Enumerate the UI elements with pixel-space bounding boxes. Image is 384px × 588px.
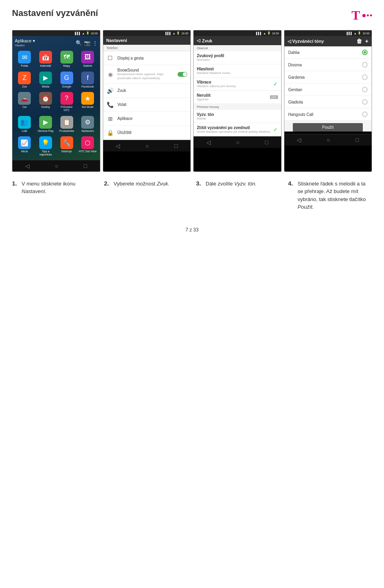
app-nastroje[interactable]: 🔧 Nástroje [57,135,76,157]
add-icon[interactable]: + [365,38,368,44]
app-hodiny[interactable]: ⏰ Hodiny [36,91,56,113]
ztisit-title: Ztišit vyzvánění po zvednutí [197,126,278,130]
screen3-bottom-nav: ◁ ○ □ [194,136,281,148]
facebook-icon: f [81,72,94,84]
car-label: Car [22,106,27,109]
app-pruvodce[interactable]: ? Průvodce HTC [57,91,76,113]
nerusit-sub: Vypnuto [197,98,278,101]
page-title: Nastavení vyzvánění [12,8,98,18]
step-4-text: Stisknete řádek s melodii a ta se přehra… [298,180,372,211]
screen4-wifi: ▲ [354,32,357,35]
app-tipy[interactable]: 💡 Tipy a nápověda [36,135,56,157]
home-btn-2[interactable]: ○ [142,142,152,150]
setting-volat[interactable]: 📞 Volat [103,98,191,112]
more-icon[interactable]: ⋮ [92,40,98,46]
vibrace[interactable]: Vibrace Vibrační odezva pro hovory ✓ [194,78,281,91]
home-btn-4[interactable]: ○ [324,136,333,144]
home-button[interactable]: ○ [52,162,61,170]
step-1-italic: Nastavení. [22,188,46,194]
pruvodce-label: Průvodce HTC [58,106,76,112]
recents-btn-2[interactable]: □ [171,142,181,150]
logo-dot-2 [367,14,369,16]
screen3-back-arrow[interactable]: ◁ [197,38,200,43]
screen1-bottom-nav: ◁ ○ □ [12,160,100,171]
app-galerie[interactable]: 🖼 Galerie [78,50,98,69]
screen2-header: Nastavení [103,36,191,45]
back-btn-3[interactable]: ◁ [203,138,214,146]
uloziste-label: Úložiště [118,130,188,135]
app-zoe[interactable]: Z Zoe [15,70,34,90]
page-header: Nastavení vyzvánění T [12,8,372,23]
home-btn-3[interactable]: ○ [233,138,242,146]
boomsound-label: BooмSound [118,68,175,72]
recents-btn-4[interactable]: □ [352,136,362,144]
screen3-time: 16:00 [272,32,279,35]
app-media[interactable]: ▶ Média [36,70,56,90]
app-google[interactable]: G Google [57,70,76,90]
instruction-1: 1. V menu stisknete ikonu Nastavení. [12,180,96,195]
ringtone-gentian[interactable]: Gentian [284,84,372,96]
zvuk-icon: 🔊 [106,87,114,95]
ringtone-gardenia[interactable]: Gardenia [284,71,372,84]
hlasitost[interactable]: Hlasitost Nastavit hlasitost zvuku [194,64,281,78]
screen1-phone: ▌▌▌ ▲ 🔋 16:00 Aplikace ▾ Vlastní 🔍 📷 ⋮ [12,30,100,172]
ringtone-gladiola[interactable]: Gladiola [284,96,372,108]
setting-zvuk[interactable]: 🔊 Zvuk [103,84,191,98]
recents-button[interactable]: □ [80,162,90,170]
screen3-section: Obecné [194,45,281,51]
screen3-title: Zvuk [202,38,212,43]
app-mapy[interactable]: 🗺 Mapy [57,50,76,69]
apps-label: Aplikace ▾ Vlastní [15,38,35,47]
app-kidmode[interactable]: ★ Kid Mode [78,91,98,113]
app-car[interactable]: 🚗 Car [15,91,34,113]
screen2-time: 16:00 [181,32,188,35]
displej-text: Displej a gesta [118,56,188,60]
search-icon[interactable]: 🔍 [76,40,82,46]
ringtone-dahlia[interactable]: Dahlia [284,46,372,59]
nerusit[interactable]: Nerušit Vypnuto OFF [194,91,281,104]
setting-displej[interactable]: ☐ Displej a gesta [103,51,191,65]
ringtone-gladiola-radio [362,99,368,105]
kalendar-icon: 📅 [39,51,52,64]
screen3-status-bar: ▌▌▌ ▲ 🔋 16:00 [194,30,281,36]
app-facebook[interactable]: f Facebook [78,70,98,90]
app-lide[interactable]: 👥 Lidé [15,115,34,134]
ringtone-diosma[interactable]: Diosma [284,59,372,71]
app-posta[interactable]: ✉ Pošta [15,50,34,69]
back-btn-4[interactable]: ◁ [294,136,304,144]
ringtone-gardenia-name: Gardenia [288,75,305,80]
screen4-back-arrow[interactable]: ◁ [288,39,291,44]
screen1-top-icons: 🔍 📷 ⋮ [76,40,98,46]
ringtone-hangouts[interactable]: Hangouts Call [284,108,372,121]
zvukovy-profil[interactable]: Zvukový profil Normální [194,51,281,64]
app-play[interactable]: ▶ Obchod Play [36,115,56,134]
boomsound-toggle[interactable] [178,72,187,77]
app-akcie[interactable]: 📈 Akcie [15,135,34,157]
ztisit[interactable]: Ztišit vyzvánění po zvednutí Snížit hlas… [194,123,281,136]
camera-icon[interactable]: 📷 [84,40,90,46]
use-button[interactable]: Použít [293,123,363,132]
mapy-label: Mapy [63,64,70,68]
setting-aplikace[interactable]: ⊞ Aplikace [103,112,191,126]
setting-boomsound[interactable]: ◉ BooмSound BooмSound nelze vypnout, kdy… [103,65,191,84]
setting-uloziste[interactable]: 🔒 Úložiště [103,126,191,140]
play-label: Obchod Play [38,130,54,133]
back-btn-2[interactable]: ◁ [112,142,123,150]
screen2-signal: ▌▌▌ [166,32,172,35]
app-nastaveni[interactable]: ⚙ Nastavení [78,115,98,134]
logo-dots [362,14,372,17]
vibrace-title: Vibrace [197,80,278,84]
delete-icon[interactable]: 🗑 [356,38,362,44]
app-htcdot[interactable]: ⬡ HTC Dot View [78,135,98,157]
akcie-label: Akcie [21,150,28,153]
kalendar-label: Kalendář [40,64,51,68]
recents-btn-3[interactable]: □ [262,138,271,146]
screen3-wifi: ▲ [263,32,266,35]
app-produktivita[interactable]: 📋 Produktivita [57,115,76,134]
vyzv-ton[interactable]: Vyzv. tón Dahlia [194,110,281,123]
back-button[interactable]: ◁ [22,162,33,170]
screen2-phone: ▌▌▌ ▲ 🔋 16:00 Nastavení Telefon ☐ Disple… [103,30,191,172]
screen4-content: ◁ Vyzvánécí tóny 🗑 + Dahlia Diosma Garde… [284,36,372,132]
boomsound-content: BooмSound BooмSound nelze vypnout, když … [118,68,175,81]
app-kalendar[interactable]: 📅 Kalendář [36,50,56,69]
